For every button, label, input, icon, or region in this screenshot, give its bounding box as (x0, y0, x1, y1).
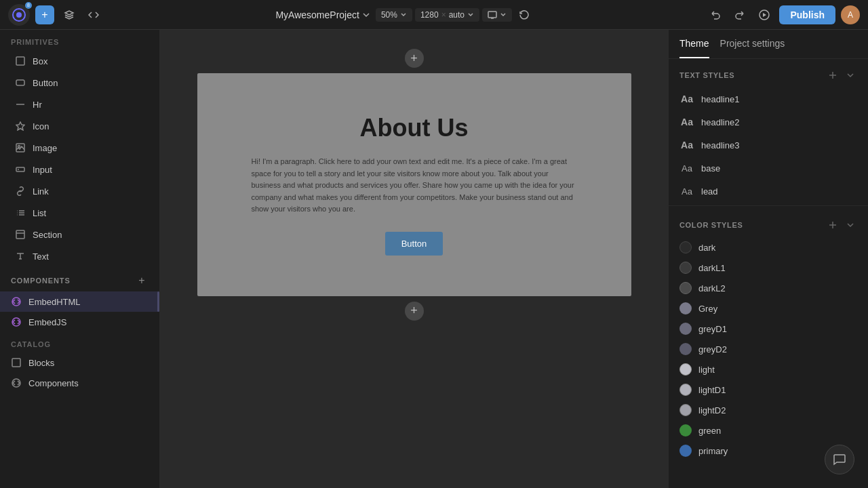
components-section-header: COMPONENTS + (0, 267, 159, 291)
color-style-greyD1-label: greyD1 (698, 324, 727, 334)
color-style-lightD2[interactable]: lightD2 (669, 400, 868, 420)
sidebar-item-list-label: List (33, 208, 46, 218)
color-style-darkL1[interactable]: darkL1 (669, 258, 868, 278)
sidebar-item-icon[interactable]: Icon (4, 116, 155, 136)
avatar[interactable]: A (841, 5, 860, 24)
sidebar-item-input[interactable]: Input (4, 159, 155, 180)
color-style-greyD1[interactable]: greyD1 (669, 319, 868, 339)
chat-button[interactable] (825, 445, 854, 474)
device-control[interactable] (482, 8, 512, 22)
canvas: + About Us Hi! I'm a paragraph. Click he… (160, 30, 668, 488)
color-style-lightD1[interactable]: lightD1 (669, 380, 868, 400)
sidebar-item-hr-label: Hr (33, 100, 42, 110)
text-style-headline1-label: headline1 (701, 94, 739, 104)
sidebar-item-box[interactable]: Box (4, 51, 155, 71)
main-layout: PRIMITIVES Box Button Hr Icon (0, 30, 868, 488)
publish-button[interactable]: Publish (779, 5, 835, 24)
right-panel: Theme Project settings TEXT STYLES Aa he… (668, 30, 868, 488)
text-style-aa2-icon: Aa (679, 115, 694, 129)
tab-theme[interactable]: Theme (679, 30, 709, 58)
icon-icon (15, 121, 26, 131)
tab-project-settings[interactable]: Project settings (720, 30, 785, 58)
dimension-control[interactable]: 1280 × auto (415, 8, 479, 22)
color-style-darkL2[interactable]: darkL2 (669, 278, 868, 298)
add-color-style-button[interactable] (826, 218, 840, 232)
sidebar-item-link-label: Link (33, 186, 49, 197)
panel-tabs: Theme Project settings (669, 30, 868, 59)
redo-button[interactable] (730, 5, 749, 24)
sidebar-item-button[interactable]: Button (4, 73, 155, 93)
sidebar-item-embed-html-label: EmbedHTML (28, 297, 81, 307)
canvas-inner: + About Us Hi! I'm a paragraph. Click he… (197, 30, 631, 488)
text-style-headline2[interactable]: Aa headline2 (669, 110, 868, 134)
color-style-dark-label: dark (698, 243, 715, 253)
sidebar-item-list[interactable]: List (4, 203, 155, 223)
sidebar-item-link[interactable]: Link (4, 181, 155, 201)
link-icon (15, 186, 26, 197)
sidebar-item-embed-html[interactable]: EmbedHTML (0, 291, 159, 312)
sidebar-item-hr[interactable]: Hr (4, 94, 155, 115)
color-swatch-dark (679, 241, 692, 253)
sidebar-item-section[interactable]: Section (4, 224, 155, 245)
add-section-above-button[interactable]: + (405, 49, 424, 68)
sidebar-item-embed-js-label: EmbedJS (28, 317, 66, 327)
about-us-section[interactable]: About Us Hi! I'm a paragraph. Click here… (197, 73, 631, 296)
list-icon (15, 207, 26, 218)
add-element-button[interactable]: + (35, 5, 54, 24)
sidebar-item-embed-js[interactable]: EmbedJS (0, 312, 159, 332)
empty-canvas-area (197, 326, 631, 488)
project-name[interactable]: MyAwesomeProject (275, 9, 370, 20)
catalog-label: CATALOG (0, 332, 159, 352)
refresh-button[interactable] (515, 5, 534, 24)
text-styles-header: TEXT STYLES (669, 59, 868, 87)
sidebar-item-text[interactable]: Text (4, 246, 155, 266)
svg-rect-2 (16, 57, 24, 65)
topbar-right: Publish A (706, 5, 860, 24)
embed-js-icon (11, 317, 22, 327)
text-icon (15, 251, 26, 262)
preview-button[interactable] (755, 5, 774, 24)
primitives-label: PRIMITIVES (0, 30, 159, 50)
embed-html-icon (11, 296, 22, 307)
text-style-base-label: base (701, 163, 720, 174)
add-section-below-button[interactable]: + (405, 302, 424, 321)
sidebar-item-box-label: Box (33, 56, 47, 66)
text-style-headline1[interactable]: Aa headline1 (669, 87, 868, 110)
sidebar-item-blocks[interactable]: Blocks (0, 352, 159, 373)
collapse-text-styles-button[interactable] (844, 68, 857, 82)
color-style-light[interactable]: light (669, 359, 868, 380)
color-style-dark[interactable]: dark (669, 237, 868, 258)
collapse-color-styles-button[interactable] (844, 218, 857, 232)
code-icon[interactable] (84, 5, 103, 24)
color-style-green-label: green (698, 426, 721, 436)
text-style-aa-icon: Aa (679, 92, 694, 106)
svg-rect-8 (16, 230, 24, 239)
color-style-grey[interactable]: Grey (669, 298, 868, 319)
badge: 8 (25, 2, 32, 9)
layers-icon[interactable] (60, 5, 79, 24)
color-style-green[interactable]: green (669, 420, 868, 441)
color-style-greyD2[interactable]: greyD2 (669, 339, 868, 359)
color-swatch-green (679, 424, 692, 436)
sidebar-item-components[interactable]: Components (0, 373, 159, 393)
svg-rect-3 (16, 80, 24, 85)
text-style-base[interactable]: Aa base (669, 157, 868, 180)
box-icon (15, 56, 26, 66)
undo-button[interactable] (706, 5, 725, 24)
sidebar-item-icon-label: Icon (33, 121, 50, 131)
zoom-control[interactable]: 50% (376, 8, 412, 22)
text-style-lead[interactable]: Aa lead (669, 180, 868, 203)
svg-rect-0 (488, 12, 496, 18)
logo-button[interactable]: 8 (8, 4, 30, 26)
color-style-lightD1-label: lightD1 (698, 385, 726, 395)
add-text-style-button[interactable] (826, 68, 840, 82)
about-us-button[interactable]: Button (385, 232, 443, 256)
color-style-light-label: light (698, 365, 715, 375)
text-style-headline3[interactable]: Aa headline3 (669, 134, 868, 157)
sidebar-item-image[interactable]: Image (4, 138, 155, 158)
add-component-button[interactable]: + (135, 274, 149, 287)
image-icon (15, 142, 26, 153)
color-swatch-lightD1 (679, 384, 692, 396)
text-style-lead-label: lead (701, 186, 718, 197)
color-swatch-grey (679, 302, 692, 314)
